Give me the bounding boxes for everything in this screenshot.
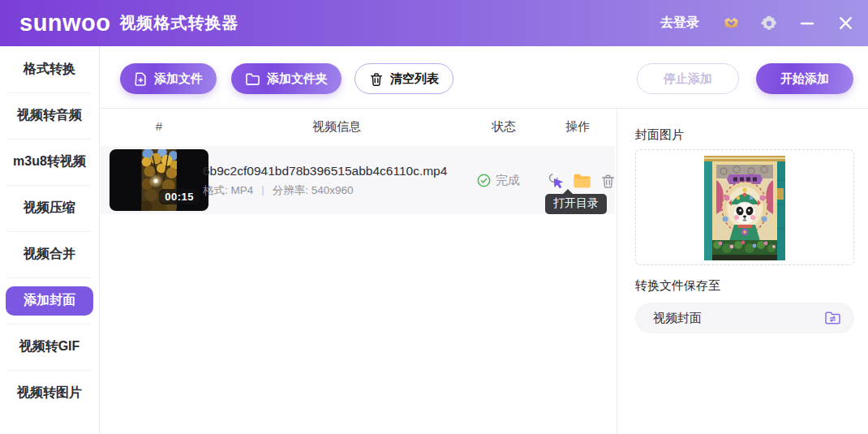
cover-image-box <box>635 149 854 265</box>
column-header-status: 状态 <box>477 119 531 135</box>
save-path-value: 视频封面 <box>653 311 824 326</box>
sidebar-item-video-to-gif[interactable]: 视频转GIF <box>0 324 99 370</box>
sidebar-item-label: 视频转GIF <box>19 338 80 355</box>
sidebar-item-label: m3u8转视频 <box>13 153 86 170</box>
table-row[interactable]: 00:15 6b9c2cf0941bd78b396515abb4c6110c.m… <box>101 146 615 214</box>
cover-section-label: 封面图片 <box>635 127 684 143</box>
minimize-icon[interactable] <box>797 14 817 33</box>
column-header-info: 视频信息 <box>276 119 397 135</box>
delete-trash-icon[interactable] <box>599 171 617 190</box>
start-add-label: 开始添加 <box>780 71 829 87</box>
open-directory-tooltip: 打开目录 <box>545 194 607 214</box>
stop-add-button[interactable]: 停止添加 <box>637 63 739 94</box>
duration-badge: 00:15 <box>159 189 200 204</box>
app-title: 视频格式转换器 <box>120 12 239 34</box>
sidebar-item-label: 视频压缩 <box>24 200 75 217</box>
add-file-button[interactable]: 添加文件 <box>120 63 217 94</box>
row-actions <box>547 171 617 190</box>
cover-image <box>704 156 785 260</box>
login-link[interactable]: 去登录 <box>660 15 699 32</box>
add-file-label: 添加文件 <box>154 71 203 87</box>
sidebar-item-video-to-image[interactable]: 视频转图片 <box>0 370 99 416</box>
video-meta: 格式: MP4 | 分辨率: 540x960 <box>203 183 354 198</box>
vip-crown-icon[interactable] <box>721 14 741 33</box>
folder-icon <box>245 72 260 86</box>
video-format: 格式: MP4 <box>203 183 253 198</box>
sidebar-item-label: 视频转图片 <box>17 385 82 402</box>
sidebar: 格式转换 视频转音频 m3u8转视频 视频压缩 视频合并 添加封面 视频转GIF… <box>0 46 100 434</box>
save-section-label: 转换文件保存至 <box>635 278 720 294</box>
sidebar-item-m3u8-to-video[interactable]: m3u8转视频 <box>0 139 99 185</box>
sidebar-item-add-cover[interactable]: 添加封面 <box>0 277 99 324</box>
app-window: sunwoo 视频格式转换器 去登录 <box>0 0 868 434</box>
save-path-input[interactable]: 视频封面 <box>635 303 854 333</box>
sidebar-item-label: 视频转音频 <box>17 107 82 124</box>
check-circle-icon <box>477 174 491 187</box>
sidebar-item-format-convert[interactable]: 格式转换 <box>0 46 99 92</box>
app-logo: sunwoo <box>19 11 111 35</box>
sidebar-item-label-active: 添加封面 <box>6 286 93 316</box>
stop-add-label: 停止添加 <box>664 71 712 87</box>
sidebar-item-video-to-audio[interactable]: 视频转音频 <box>0 92 99 139</box>
folder-transfer-icon[interactable] <box>824 311 841 325</box>
clear-list-label: 清空列表 <box>390 71 439 87</box>
status-label: 完成 <box>496 173 520 188</box>
trash-icon <box>369 71 384 87</box>
add-folder-label: 添加文件夹 <box>267 71 328 87</box>
open-folder-icon[interactable] <box>573 171 591 190</box>
video-resolution: 分辨率: 540x960 <box>273 183 354 198</box>
title-bar: sunwoo 视频格式转换器 去登录 <box>0 0 868 46</box>
brand: sunwoo 视频格式转换器 <box>19 11 239 35</box>
sidebar-item-label: 视频合并 <box>24 246 75 263</box>
settings-gear-icon[interactable] <box>759 14 779 33</box>
start-add-button[interactable]: 开始添加 <box>756 63 853 94</box>
sidebar-item-video-compress[interactable]: 视频压缩 <box>0 185 99 231</box>
meta-separator: | <box>261 183 264 198</box>
sidebar-item-video-merge[interactable]: 视频合并 <box>0 231 99 277</box>
clear-list-button[interactable]: 清空列表 <box>355 63 453 94</box>
file-plus-icon <box>134 71 148 86</box>
titlebar-controls: 去登录 <box>660 14 855 33</box>
video-thumbnail: 00:15 <box>110 149 208 211</box>
close-icon[interactable] <box>836 14 855 33</box>
cover-panel: 封面图片 <box>617 109 868 434</box>
cursor-click-icon[interactable] <box>547 171 565 190</box>
add-folder-button[interactable]: 添加文件夹 <box>231 63 342 94</box>
status-badge: 完成 <box>477 173 520 188</box>
sidebar-item-label: 格式转换 <box>24 61 75 78</box>
column-header-actions: 操作 <box>552 119 604 135</box>
video-filename: 6b9c2cf0941bd78b396515abb4c6110c.mp4 <box>203 164 447 178</box>
column-header-index: # <box>146 119 172 133</box>
